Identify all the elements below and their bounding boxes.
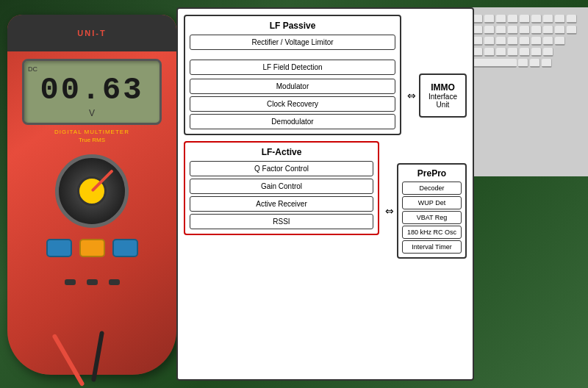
key bbox=[555, 26, 565, 35]
multimeter-brand: UNI-T bbox=[77, 29, 106, 37]
key bbox=[496, 48, 506, 57]
prepro-with-arrow: ⇔ PrePro Decoder WUP Det VBAT Reg 180 kH… bbox=[385, 163, 467, 259]
block-active-receiver: Active Receiver bbox=[190, 196, 373, 212]
right-column-top: ⇔ IMMO Interface Unit bbox=[407, 15, 467, 118]
key bbox=[531, 37, 542, 46]
probe-black bbox=[91, 331, 104, 382]
multimeter: UNI-T DC 00.63 V DIGITAL MULTIMETER True… bbox=[7, 15, 176, 375]
immo-arrow: ⇔ bbox=[407, 90, 416, 101]
key bbox=[555, 15, 565, 24]
block-interval-timer: Interval Timer bbox=[402, 240, 462, 254]
key bbox=[473, 15, 483, 24]
multimeter-top: UNI-T bbox=[7, 15, 176, 51]
keyboard-rows bbox=[465, 7, 588, 75]
key bbox=[484, 37, 495, 46]
block-demodulator: Demodulator bbox=[190, 114, 395, 129]
block-vbat-reg: VBAT Reg bbox=[402, 211, 462, 224]
probe-port-1 bbox=[65, 279, 76, 285]
prepro-section: PrePro Decoder WUP Det VBAT Reg 180 kHz … bbox=[397, 163, 467, 259]
block-modulator: Modulator bbox=[190, 79, 395, 94]
key bbox=[508, 37, 518, 46]
key bbox=[508, 15, 518, 24]
probe-port-3 bbox=[109, 279, 120, 285]
key bbox=[508, 26, 518, 35]
keyboard-row-1 bbox=[473, 15, 581, 24]
key bbox=[543, 37, 553, 46]
key bbox=[520, 48, 530, 57]
immo-unit: Unit bbox=[426, 101, 459, 109]
key bbox=[531, 26, 542, 35]
block-rssi: RSSI bbox=[190, 214, 373, 229]
keyboard-row-2 bbox=[473, 26, 581, 35]
lf-active-title: LF-Active bbox=[190, 147, 373, 157]
key bbox=[473, 26, 483, 35]
immo-title: IMMO bbox=[426, 82, 459, 93]
prepro-arrow: ⇔ bbox=[385, 205, 394, 217]
block-rectifier: Rectifier / Voltage Limitor bbox=[190, 35, 395, 50]
block-lf-field: LF Field Detection bbox=[190, 60, 395, 75]
key bbox=[531, 48, 542, 57]
keyboard-row-5 bbox=[473, 59, 581, 68]
multimeter-display: 00.63 bbox=[40, 73, 143, 108]
key bbox=[555, 37, 565, 46]
key bbox=[473, 48, 483, 57]
key bbox=[496, 37, 506, 46]
key bbox=[518, 59, 528, 68]
key bbox=[484, 48, 495, 57]
spacebar-key bbox=[473, 59, 517, 68]
multimeter-truerms: True RMS bbox=[7, 137, 176, 143]
key bbox=[496, 26, 506, 35]
diagram-container: LF Passive Rectifier / Voltage Limitor L… bbox=[176, 7, 474, 381]
keyboard bbox=[463, 7, 588, 176]
key bbox=[530, 59, 540, 68]
keyboard-row-4 bbox=[473, 48, 581, 57]
multimeter-unit: V bbox=[89, 108, 95, 118]
key bbox=[473, 37, 483, 46]
key bbox=[543, 15, 553, 24]
key bbox=[520, 15, 530, 24]
key bbox=[531, 15, 542, 24]
block-decoder: Decoder bbox=[402, 182, 462, 195]
top-section: LF Passive Rectifier / Voltage Limitor L… bbox=[184, 15, 467, 135]
spacer bbox=[190, 54, 395, 60]
block-wup-det: WUP Det bbox=[402, 196, 462, 209]
multimeter-mode-label: DC bbox=[28, 65, 37, 73]
lf-passive-section: LF Passive Rectifier / Voltage Limitor L… bbox=[184, 15, 401, 135]
key bbox=[567, 15, 577, 24]
key bbox=[542, 59, 552, 68]
key bbox=[543, 26, 553, 35]
key bbox=[520, 37, 530, 46]
probe-port-2 bbox=[87, 279, 98, 285]
bottom-section: LF-Active Q Factor Control Gain Control … bbox=[184, 141, 467, 373]
block-q-factor: Q Factor Control bbox=[190, 161, 373, 176]
block-gain-control: Gain Control bbox=[190, 179, 373, 194]
key bbox=[543, 48, 553, 57]
block-rc-osc: 180 kHz RC Osc bbox=[402, 226, 462, 239]
multimeter-screen: DC 00.63 V bbox=[22, 59, 162, 125]
immo-block: IMMO Interface Unit bbox=[419, 73, 467, 118]
button-blue[interactable] bbox=[46, 239, 72, 257]
block-clock-recovery: Clock Recovery bbox=[190, 96, 395, 112]
immo-with-arrow: ⇔ IMMO Interface Unit bbox=[407, 73, 467, 118]
key bbox=[520, 26, 530, 35]
button-blue-2[interactable] bbox=[112, 239, 138, 257]
key bbox=[508, 48, 518, 57]
key bbox=[484, 26, 495, 35]
multimeter-label: DIGITAL MULTIMETER bbox=[7, 129, 176, 135]
key bbox=[567, 26, 577, 35]
multimeter-buttons bbox=[22, 239, 162, 257]
lf-passive-title: LF Passive bbox=[190, 21, 395, 31]
multimeter-dial bbox=[55, 154, 129, 228]
immo-subtitle: Interface bbox=[426, 93, 459, 101]
key bbox=[484, 15, 495, 24]
prepro-title: PrePro bbox=[402, 168, 462, 179]
keyboard-row-3 bbox=[473, 37, 581, 46]
button-yellow[interactable] bbox=[79, 239, 105, 257]
lf-active-section: LF-Active Q Factor Control Gain Control … bbox=[184, 141, 379, 235]
key bbox=[496, 15, 506, 24]
